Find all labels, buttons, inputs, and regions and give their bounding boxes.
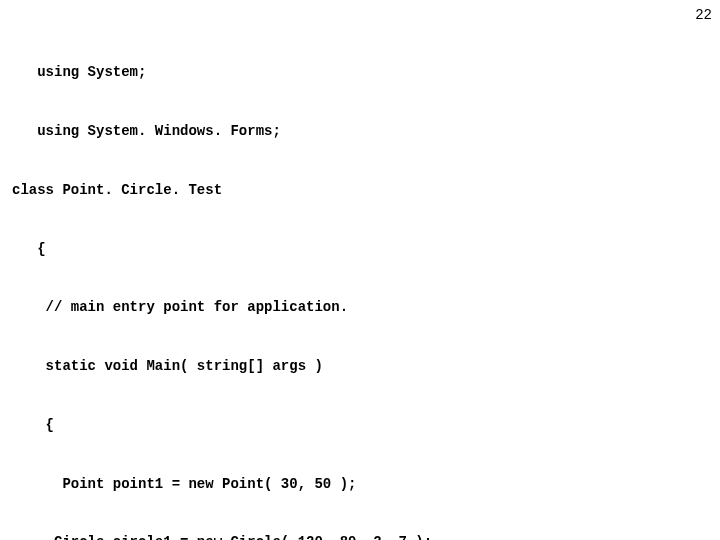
code-line: // main entry point for application. <box>12 298 617 318</box>
page-number: 22 <box>695 6 712 26</box>
code-line: Point point1 = new Point( 30, 50 ); <box>12 475 617 495</box>
code-line: using System; <box>12 63 617 83</box>
code-line: { <box>12 416 617 436</box>
page: 22 using System; using System. Windows. … <box>0 0 720 540</box>
code-line: using System. Windows. Forms; <box>12 122 617 142</box>
code-line: static void Main( string[] args ) <box>12 357 617 377</box>
code-line: Circle circle1 = new Circle( 120, 89, 2.… <box>12 533 617 540</box>
code-line: { <box>12 240 617 260</box>
code-block: using System; using System. Windows. For… <box>12 24 617 540</box>
code-line: class Point. Circle. Test <box>12 181 617 201</box>
